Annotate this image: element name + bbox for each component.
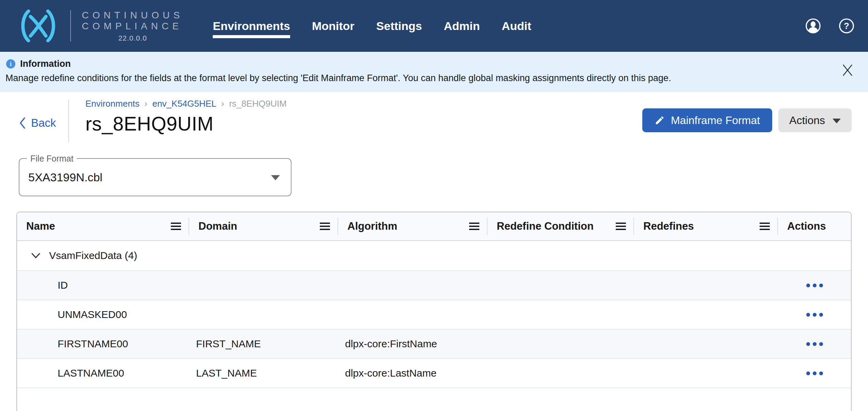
- cell-name: ID: [17, 279, 189, 291]
- nav-tab-audit[interactable]: Audit: [502, 13, 532, 40]
- breadcrumb-separator-icon: ›: [144, 98, 147, 109]
- cell-name: LASTNAME00: [17, 367, 189, 379]
- actions-button[interactable]: Actions: [778, 108, 852, 132]
- brand-line-2: COMPLIANCE: [82, 21, 183, 32]
- column-header-algorithm: Algorithm: [338, 212, 488, 240]
- info-banner: i Information Manage redefine conditions…: [0, 52, 868, 92]
- breadcrumb-environments[interactable]: Environments: [85, 98, 139, 109]
- help-icon[interactable]: ?: [839, 18, 854, 34]
- info-icon: i: [6, 59, 15, 68]
- column-menu-icon[interactable]: [616, 226, 626, 227]
- close-icon[interactable]: [841, 63, 854, 77]
- page-title: rs_8EHQ9UIM: [85, 112, 287, 135]
- nav-tab-monitor[interactable]: Monitor: [312, 13, 355, 40]
- table-header-row: Name Domain Algorithm Redefine Condition…: [17, 212, 851, 241]
- file-format-value: 5XA3199N.cbl: [19, 171, 102, 184]
- group-label: VsamFixedData (4): [49, 250, 137, 261]
- page-header: Back Environments › env_K54G5HEL › rs_8E…: [19, 97, 852, 142]
- cell-domain: FIRST_NAME: [189, 338, 338, 350]
- user-avatar-icon[interactable]: [805, 18, 821, 34]
- column-menu-icon[interactable]: [760, 226, 770, 227]
- column-menu-icon[interactable]: [171, 226, 181, 227]
- column-header-actions: Actions: [778, 212, 851, 240]
- file-format-select[interactable]: File Format 5XA3199N.cbl: [19, 158, 291, 196]
- brand-logo: CONTINUOUS COMPLIANCE 22.0.0.0: [16, 10, 183, 42]
- breadcrumb-current: rs_8EHQ9UIM: [229, 98, 287, 109]
- column-header-name: Name: [17, 212, 189, 240]
- group-row-vsamfixeddata[interactable]: VsamFixedData (4): [17, 241, 851, 271]
- row-actions-menu-icon[interactable]: [804, 308, 825, 321]
- chevron-down-icon[interactable]: [31, 252, 41, 259]
- banner-message: Manage redefine conditions for the field…: [5, 73, 827, 83]
- main-nav: Environments Monitor Settings Admin Audi…: [213, 13, 531, 40]
- nav-tab-settings[interactable]: Settings: [376, 13, 422, 40]
- table-row: UNMASKED00: [17, 300, 851, 330]
- row-actions-menu-icon[interactable]: [804, 278, 825, 292]
- column-header-domain: Domain: [189, 212, 338, 240]
- brand-line-1: CONTINUOUS: [82, 10, 183, 21]
- cell-name: FIRSTNAME00: [17, 338, 189, 350]
- caret-down-icon: [833, 119, 841, 123]
- cell-domain: LAST_NAME: [189, 367, 338, 379]
- nav-tab-admin[interactable]: Admin: [444, 13, 480, 40]
- top-navbar: CONTINUOUS COMPLIANCE 22.0.0.0 Environme…: [0, 0, 868, 52]
- column-header-redefine-condition: Redefine Condition: [488, 212, 634, 240]
- column-menu-icon[interactable]: [469, 226, 479, 227]
- back-button[interactable]: Back: [19, 117, 56, 130]
- dropdown-caret-icon: [271, 175, 280, 180]
- nav-tab-environments[interactable]: Environments: [213, 13, 290, 40]
- title-divider: [68, 100, 69, 142]
- breadcrumb-environment[interactable]: env_K54G5HEL: [152, 98, 216, 109]
- fields-table: Name Domain Algorithm Redefine Condition…: [16, 212, 852, 411]
- delphix-logo-icon: [16, 10, 60, 42]
- back-label: Back: [31, 117, 56, 130]
- file-format-label: File Format: [27, 154, 77, 164]
- mainframe-format-label: Mainframe Format: [671, 114, 760, 127]
- breadcrumb: Environments › env_K54G5HEL › rs_8EHQ9UI…: [85, 98, 287, 109]
- table-row: ID: [17, 271, 851, 300]
- brand-version: 22.0.0.0: [82, 34, 183, 42]
- svg-text:?: ?: [844, 21, 849, 31]
- row-actions-menu-icon[interactable]: [804, 366, 825, 380]
- breadcrumb-separator-icon: ›: [221, 98, 224, 109]
- table-row: FIRSTNAME00 FIRST_NAME dlpx-core:FirstNa…: [17, 330, 851, 359]
- chevron-left-icon: [19, 117, 26, 129]
- row-actions-menu-icon[interactable]: [804, 337, 825, 351]
- logo-divider: [70, 10, 71, 42]
- column-header-redefines: Redefines: [634, 212, 778, 240]
- cell-name: UNMASKED00: [17, 309, 189, 320]
- mainframe-format-button[interactable]: Mainframe Format: [642, 108, 772, 132]
- edit-pencil-icon: [655, 115, 665, 125]
- table-row: LASTNAME00 LAST_NAME dlpx-core:LastName: [17, 359, 851, 388]
- cell-algorithm: dlpx-core:LastName: [338, 367, 488, 379]
- actions-label: Actions: [789, 114, 825, 127]
- column-menu-icon[interactable]: [320, 226, 330, 227]
- cell-algorithm: dlpx-core:FirstName: [338, 338, 488, 350]
- banner-title: Information: [20, 59, 71, 69]
